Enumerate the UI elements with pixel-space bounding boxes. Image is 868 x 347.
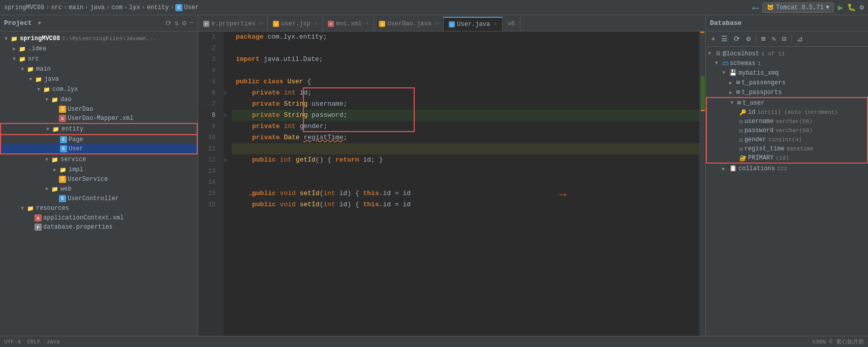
root-expand-icon[interactable]: ▼: [2, 36, 10, 42]
db-edit-btn[interactable]: ✎: [769, 34, 778, 44]
db-collations[interactable]: ▶ 📋 collations 222: [706, 164, 868, 173]
navigate-back-icon[interactable]: ⟵: [753, 2, 758, 13]
tomcat-dropdown-icon[interactable]: ▼: [826, 4, 829, 11]
code-line-3[interactable]: import java.util.Date ;: [232, 54, 699, 65]
code-editor[interactable]: → package com.lyx.entity ; import java.u…: [232, 31, 699, 336]
code-line-6[interactable]: private int id ;: [232, 87, 699, 99]
tab-userjava[interactable]: C User.java ×: [444, 17, 502, 31]
code-line-9[interactable]: private int gender ;: [232, 121, 699, 132]
code-line-14[interactable]: [232, 177, 699, 188]
src-expand-icon[interactable]: ▼: [10, 56, 18, 62]
tree-dao[interactable]: ▼ 📁 dao: [0, 94, 198, 105]
tab-mvcxml-close[interactable]: ×: [365, 21, 369, 27]
db-col-id[interactable]: 🔑 id int(11) (auto increment): [707, 108, 867, 117]
tree-dbprops[interactable]: P database.properties: [0, 223, 198, 232]
db-col-username[interactable]: ⊟ username varchar(50): [707, 117, 867, 126]
db-more-btn[interactable]: ⊡: [780, 34, 788, 44]
add-btn-8[interactable]: ⊕: [224, 110, 232, 121]
tab-userdaojava[interactable]: I UserDao.java ×: [374, 17, 444, 31]
tree-java[interactable]: ▼ 📁 java: [0, 74, 198, 84]
breadcrumb-main[interactable]: main: [69, 4, 83, 11]
code-line-2[interactable]: [232, 43, 699, 54]
breadcrumb-java[interactable]: java: [90, 4, 105, 11]
tree-page[interactable]: C Page: [1, 135, 197, 144]
localhost-arrow[interactable]: ▼: [708, 51, 715, 56]
tree-entity[interactable]: ▼ 📁 entity: [0, 123, 198, 135]
collapse-icon[interactable]: ⇅: [175, 19, 179, 27]
code-line-13[interactable]: [232, 166, 699, 177]
tab-eproperties[interactable]: P e.properties ×: [198, 17, 268, 31]
web-expand-icon[interactable]: ▼: [43, 186, 51, 192]
dao-expand-icon[interactable]: ▼: [43, 97, 51, 103]
tomcat-selector[interactable]: 🐱 Tomcat 8.5.71 ▼: [762, 3, 834, 13]
comlyx-expand-icon[interactable]: ▼: [35, 87, 43, 92]
run-button[interactable]: ▶: [838, 3, 843, 13]
db-table-btn[interactable]: ⊞: [759, 34, 767, 44]
code-line-16[interactable]: public void setId ( int id ) { this . id…: [232, 199, 699, 210]
t-passengers-arrow[interactable]: ▶: [729, 80, 736, 86]
tree-service[interactable]: ▼ 📁 service: [0, 154, 198, 165]
tree-userdao[interactable]: I UserDao: [0, 105, 198, 114]
db-list-btn[interactable]: ☰: [719, 34, 730, 44]
db-localhost[interactable]: ▼ 🖥 @localhost 1 of 11: [706, 49, 868, 58]
code-line-5[interactable]: public class User {: [232, 76, 699, 87]
collations-arrow[interactable]: ▶: [722, 166, 729, 172]
debug-button[interactable]: 🐛: [847, 3, 856, 12]
main-expand-icon[interactable]: ▼: [18, 67, 26, 72]
db-col-gender[interactable]: ⊟ gender tinyint(4): [707, 135, 867, 144]
mybatis-arrow[interactable]: ▼: [722, 70, 729, 76]
sidebar-dropdown-icon[interactable]: ▼: [38, 20, 42, 26]
code-line-11[interactable]: [232, 143, 699, 154]
gear-icon[interactable]: ⚙: [182, 19, 186, 27]
impl-expand-icon[interactable]: ▶: [51, 167, 59, 173]
t-passports-arrow[interactable]: ▶: [729, 89, 736, 96]
tab-userdao-close[interactable]: ×: [435, 21, 439, 27]
tree-user[interactable]: C User: [1, 144, 197, 153]
tab-userjava-close[interactable]: ×: [493, 21, 497, 27]
db-primary[interactable]: 🔐 PRIMARY (id): [707, 153, 867, 163]
t-user-arrow[interactable]: ▼: [730, 100, 737, 106]
db-t-passengers[interactable]: ▶ ⊞ t_passengers: [706, 78, 868, 87]
code-line-1[interactable]: package com.lyx.entity ;: [232, 31, 699, 43]
resources-expand-icon[interactable]: ▼: [18, 206, 26, 211]
tree-appcontext[interactable]: X applicationContext.xml: [0, 213, 198, 223]
code-line-15[interactable]: public void setId ( int id ) { this . id…: [232, 188, 699, 199]
db-refresh-btn[interactable]: ⟳: [732, 34, 742, 44]
breadcrumb-springmvc08[interactable]: springMVC08: [4, 4, 44, 11]
add-btn-6[interactable]: ⊕: [224, 87, 232, 99]
code-line-8[interactable]: private String password ;: [232, 110, 699, 121]
db-settings-btn[interactable]: ⚙: [744, 34, 752, 44]
db-filter-btn[interactable]: ⊿: [795, 34, 805, 44]
db-col-password[interactable]: ⊟ password varchar(50): [707, 126, 867, 135]
minus-icon[interactable]: −: [190, 19, 194, 27]
db-t-passports[interactable]: ▶ ⊞ t_passports: [706, 87, 868, 97]
idea-expand-icon[interactable]: ▶: [10, 46, 18, 52]
tab-more[interactable]: ≡6: [503, 17, 520, 31]
db-schemas[interactable]: ▼ 🗃 schemas 1: [706, 58, 868, 68]
entity-expand-icon[interactable]: ▼: [44, 127, 52, 132]
tab-eprops-close[interactable]: ×: [259, 21, 262, 27]
tab-userjsp-close[interactable]: ×: [314, 21, 318, 27]
breadcrumb-lyx[interactable]: lyx: [129, 4, 140, 11]
tree-userdao-mapper[interactable]: X UserDao-Mapper.xml: [0, 114, 198, 123]
breadcrumb-entity[interactable]: entity: [147, 4, 169, 11]
tree-impl[interactable]: ▶ 📁 impl: [0, 165, 198, 175]
sync-icon[interactable]: ⟳: [166, 19, 172, 27]
settings-icon[interactable]: ⚙: [860, 3, 864, 12]
code-line-12[interactable]: public int getId () { return id ; }: [232, 154, 699, 166]
java-expand-icon[interactable]: ▼: [26, 77, 35, 82]
tree-usercontroller[interactable]: C UserController: [0, 194, 198, 203]
tree-src[interactable]: ▼ 📁 src: [0, 54, 198, 64]
tree-userservice[interactable]: I UserService: [0, 175, 198, 184]
tree-comlyx[interactable]: ▼ 📁 com.lyx: [0, 84, 198, 94]
db-mybatis[interactable]: ▼ 💾 mybatis_xmq: [706, 68, 868, 78]
tree-main[interactable]: ▼ 📁 main: [0, 64, 198, 74]
code-line-4[interactable]: [232, 65, 699, 76]
add-btn-12[interactable]: ⊕: [224, 154, 232, 166]
db-add-btn[interactable]: +: [709, 34, 717, 44]
code-line-10[interactable]: private Date registTime ;: [232, 132, 699, 143]
service-expand-icon[interactable]: ▼: [43, 157, 51, 163]
tab-userjsp[interactable]: J user.jsp ×: [268, 17, 323, 31]
code-line-7[interactable]: private String username ;: [232, 99, 699, 110]
schemas-arrow[interactable]: ▼: [715, 60, 722, 66]
